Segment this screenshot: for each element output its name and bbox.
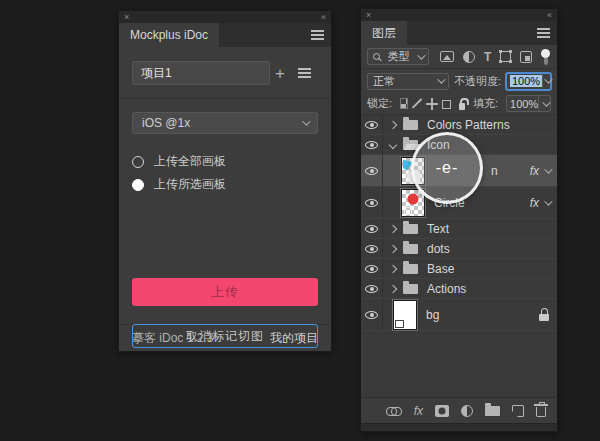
shape-layer-filter-icon[interactable] — [500, 51, 511, 62]
layer-row-dots-group[interactable]: dots — [361, 239, 557, 259]
panel-resize-strip[interactable] — [361, 423, 557, 431]
blend-mode-dropdown[interactable]: 正常 — [367, 73, 449, 90]
chevron-right-icon[interactable] — [389, 284, 397, 292]
visibility-toggle[interactable] — [361, 115, 383, 134]
thumbnail-art — [408, 194, 419, 205]
chevron-down-icon[interactable] — [544, 197, 552, 205]
platform-value: iOS @1x — [142, 116, 190, 130]
filter-kind-dropdown[interactable]: 类型 — [367, 48, 429, 65]
search-icon — [373, 53, 380, 60]
layer-row-bg[interactable]: bg — [361, 299, 557, 331]
pixel-layer-filter-icon[interactable] — [440, 51, 454, 62]
project-name-input[interactable]: 项目1 — [132, 61, 270, 85]
layer-thumbnail[interactable] — [393, 300, 417, 330]
cancel-mark-slice-button[interactable]: 取消标记切图 — [132, 324, 318, 348]
visibility-toggle[interactable] — [361, 279, 383, 298]
eye-icon — [365, 199, 378, 207]
lock-position-icon[interactable] — [426, 98, 434, 110]
opacity-value: 100% — [510, 75, 542, 87]
platform-dropdown[interactable]: iOS @1x — [132, 112, 318, 134]
adjustment-layer-filter-icon[interactable] — [463, 51, 475, 63]
eye-icon — [365, 311, 378, 319]
type-layer-filter-icon[interactable]: T — [484, 51, 491, 63]
radio-upload-selected[interactable]: 上传所选画板 — [132, 173, 318, 196]
chevron-right-icon[interactable] — [389, 264, 397, 272]
layers-tabbar: 图层 — [361, 21, 557, 45]
collapse-icon[interactable]: « — [321, 12, 326, 22]
visibility-toggle[interactable] — [361, 299, 383, 330]
layer-effects: fx — [530, 164, 557, 178]
mockplus-idoc-panel: × « Mockplus iDoc 项目1 + iOS @1x 上传全部画板 上… — [118, 10, 332, 352]
fill-label: 填充: — [473, 96, 498, 111]
lock-image-pixels-icon[interactable] — [412, 98, 423, 109]
fill-dropdown-button[interactable] — [538, 96, 550, 111]
radio-label: 上传全部画板 — [154, 153, 226, 170]
visibility-toggle[interactable] — [361, 239, 383, 258]
eye-icon — [365, 167, 378, 175]
chevron-down-icon — [302, 117, 310, 125]
add-project-icon[interactable]: + — [275, 65, 285, 82]
layers-panel: × « 图层 类型 T 正常 不透明度: — [360, 8, 558, 432]
collapse-icon[interactable]: « — [547, 10, 552, 20]
smart-object-filter-icon[interactable] — [520, 51, 532, 63]
chevron-right-icon[interactable] — [389, 244, 397, 252]
upload-button[interactable]: 上传 — [132, 278, 318, 306]
delete-layer-icon[interactable] — [536, 407, 546, 417]
layer-name: Actions — [427, 282, 466, 296]
fill-field[interactable]: 100% — [506, 95, 551, 112]
eye-icon — [365, 285, 378, 293]
lock-all-icon[interactable] — [459, 103, 465, 110]
chevron-down-icon[interactable] — [544, 165, 552, 173]
chevron-down-icon — [542, 98, 550, 106]
panel-menu-icon[interactable] — [537, 28, 550, 38]
divider — [119, 98, 331, 99]
fx-badge[interactable]: fx — [530, 164, 539, 178]
lock-artboard-icon[interactable] — [442, 100, 451, 109]
fx-badge[interactable]: fx — [530, 196, 539, 210]
layer-filter-toggle[interactable] — [541, 49, 550, 65]
visibility-toggle[interactable] — [361, 135, 383, 154]
layer-effects: fx — [530, 196, 557, 210]
cursor-key-text: -e- — [436, 159, 459, 177]
layers-titlebar: × « — [361, 9, 557, 21]
layer-lock-status — [539, 308, 557, 321]
lock-transparent-pixels-icon[interactable] — [400, 98, 408, 109]
folder-icon — [403, 224, 418, 234]
chevron-down-icon — [417, 51, 425, 59]
visibility-toggle[interactable] — [361, 155, 383, 186]
panel-menu-icon[interactable] — [311, 30, 324, 40]
vector-mask-badge — [395, 320, 404, 328]
visibility-toggle[interactable] — [361, 259, 383, 278]
chevron-right-icon[interactable] — [389, 224, 397, 232]
lock-label: 锁定: — [367, 96, 392, 111]
project-row: 项目1 + — [132, 61, 318, 85]
chevron-down-icon — [544, 75, 552, 83]
close-icon[interactable]: × — [366, 10, 371, 20]
new-layer-icon[interactable] — [512, 405, 524, 417]
new-group-icon[interactable] — [485, 406, 500, 416]
layer-row-base-group[interactable]: Base — [361, 259, 557, 279]
folder-icon — [403, 264, 418, 274]
add-layer-mask-icon[interactable] — [435, 405, 449, 417]
opacity-dropdown-button[interactable] — [542, 74, 550, 89]
radio-upload-all[interactable]: 上传全部画板 — [132, 150, 318, 173]
new-adjustment-layer-icon[interactable] — [461, 405, 473, 417]
layer-name: dots — [427, 242, 450, 256]
visibility-toggle[interactable] — [361, 219, 383, 238]
tab-layers[interactable]: 图层 — [361, 21, 407, 45]
plugin-tabbar: Mockplus iDoc — [119, 23, 331, 47]
chevron-down-icon[interactable] — [389, 140, 397, 148]
layer-style-fx-icon[interactable]: fx — [414, 404, 423, 418]
visibility-toggle[interactable] — [361, 187, 383, 218]
close-icon[interactable]: × — [124, 12, 129, 22]
project-list-icon[interactable] — [298, 68, 311, 78]
link-layers-icon[interactable] — [386, 407, 402, 415]
layer-row-text-group[interactable]: Text — [361, 219, 557, 239]
layer-name: Text — [427, 222, 449, 236]
chevron-right-icon[interactable] — [389, 120, 397, 128]
opacity-field[interactable]: 100% — [506, 73, 551, 90]
eye-icon — [365, 141, 378, 149]
layer-row-actions-group[interactable]: Actions — [361, 279, 557, 299]
layer-row-colors-patterns[interactable]: Colors Patterns — [361, 115, 557, 135]
tab-mockplus-idoc[interactable]: Mockplus iDoc — [119, 23, 219, 47]
